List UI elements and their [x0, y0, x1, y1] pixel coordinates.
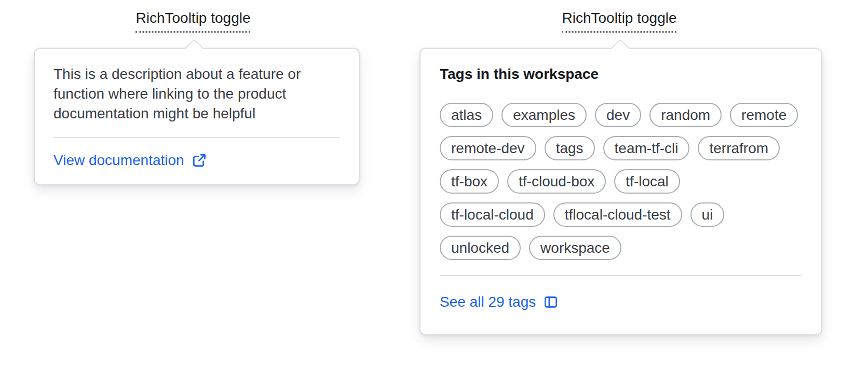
tag-pill: tf-local-cloud — [440, 202, 545, 227]
tag-pill: dev — [595, 103, 641, 127]
tag-row: remote-devtagsteam-tf-cliterrafrom — [440, 136, 802, 160]
tag-pill: random — [649, 103, 722, 127]
richtooltip-popover-right: Tags in this workspace atlasexamplesdevr… — [419, 48, 822, 335]
tag-row: tf-local-cloudtflocal-cloud-testui — [440, 202, 802, 227]
divider — [53, 137, 340, 138]
tag-pill: terrafrom — [698, 136, 780, 160]
tag-pill: tf-box — [440, 169, 499, 194]
tag-pill: examples — [501, 103, 587, 127]
tag-pill: team-tf-cli — [603, 136, 690, 160]
tag-pill: ui — [690, 202, 725, 227]
tag-row: unlockedworkspace — [440, 236, 802, 260]
tag-pill: tflocal-cloud-test — [553, 202, 682, 227]
tag-row: tf-boxtf-cloud-boxtf-local — [440, 169, 802, 194]
tag-row: atlasexamplesdevrandomremote — [440, 103, 802, 127]
sidebar-icon — [536, 294, 559, 310]
view-documentation-label: View documentation — [53, 151, 184, 170]
tooltip-arrow — [611, 39, 630, 58]
tag-pill: workspace — [529, 236, 621, 260]
richtooltip-toggle-right[interactable]: RichTooltip toggle — [562, 8, 676, 33]
tag-pill: unlocked — [440, 236, 521, 260]
tag-pill: tags — [545, 136, 595, 160]
page-canvas: RichTooltip toggle This is a description… — [0, 0, 868, 381]
tooltip-arrow — [185, 39, 204, 58]
see-all-tags-link[interactable]: See all 29 tags — [440, 292, 559, 312]
tags-heading: Tags in this workspace — [440, 64, 802, 84]
tag-pill: tf-cloud-box — [507, 169, 606, 194]
tooltip-description: This is a description about a feature or… — [53, 64, 326, 124]
richtooltip-popover-left: This is a description about a feature or… — [34, 48, 360, 185]
tag-pill: remote — [730, 103, 798, 127]
tag-pill: tf-local — [614, 169, 680, 194]
see-all-tags-label: See all 29 tags — [440, 292, 536, 312]
tag-pill: remote-dev — [440, 136, 536, 160]
richtooltip-toggle-left[interactable]: RichTooltip toggle — [135, 8, 250, 33]
tags-container: atlasexamplesdevrandomremoteremote-devta… — [440, 103, 802, 260]
external-link-icon — [184, 153, 207, 168]
divider — [440, 275, 802, 276]
view-documentation-link[interactable]: View documentation — [53, 151, 207, 170]
tag-pill: atlas — [440, 103, 493, 127]
